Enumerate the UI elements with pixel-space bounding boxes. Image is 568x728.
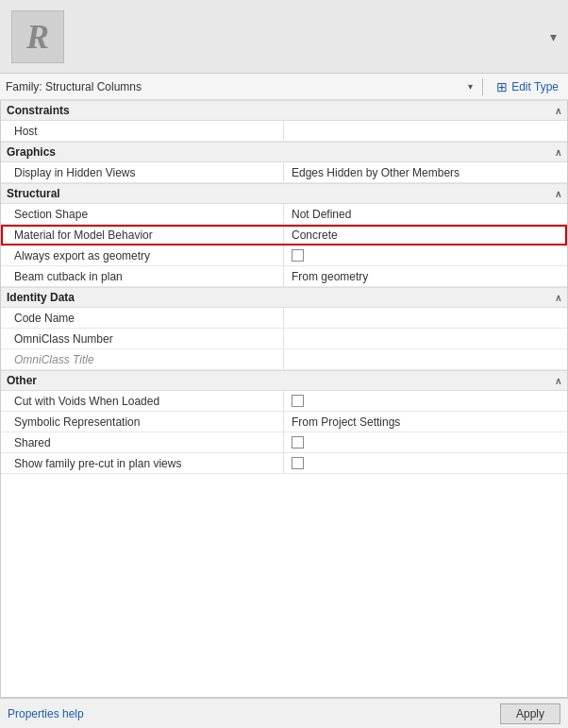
edit-type-label: Edit Type	[511, 80, 559, 93]
prop-value-other-1: From Project Settings	[284, 412, 567, 432]
prop-value-other-0[interactable]	[284, 391, 567, 411]
prop-row-other-3: Show family pre-cut in plan views	[1, 453, 567, 474]
prop-row-structural-1: Material for Model BehaviorConcrete	[1, 225, 567, 245]
checkbox-other-0[interactable]	[292, 395, 304, 407]
section-collapse-other-icon[interactable]: ∧	[555, 376, 561, 386]
prop-value-structural-3: From geometry	[284, 266, 567, 286]
apply-button[interactable]: Apply	[500, 703, 560, 724]
section-label-identity-data: Identity Data	[7, 291, 75, 304]
prop-row-constraints-0: Host	[1, 121, 567, 142]
section-header-structural[interactable]: Structural∧	[1, 183, 567, 204]
prop-name-structural-1: Material for Model Behavior	[1, 225, 284, 245]
properties-panel: Constraints∧HostGraphics∧Display in Hidd…	[0, 100, 568, 698]
family-row-divider	[482, 78, 483, 95]
family-label: Family: Structural Columns	[6, 80, 464, 93]
section-collapse-identity-data-icon[interactable]: ∧	[555, 293, 561, 303]
prop-row-identity-data-0: Code Name	[1, 308, 567, 329]
edit-type-icon: ⊞	[496, 79, 508, 94]
section-header-graphics[interactable]: Graphics∧	[1, 142, 567, 162]
prop-value-structural-0: Not Defined	[284, 204, 567, 224]
edit-type-button[interactable]: ⊞ Edit Type	[493, 77, 562, 96]
section-label-structural: Structural	[7, 187, 60, 200]
prop-value-graphics-0: Edges Hidden by Other Members	[284, 162, 567, 182]
prop-row-other-2: Shared	[1, 432, 567, 453]
checkbox-other-2[interactable]	[292, 436, 304, 449]
prop-value-identity-data-0	[284, 308, 567, 328]
logo-letter: R	[26, 17, 49, 57]
prop-row-identity-data-1: OmniClass Number	[1, 329, 567, 349]
section-header-constraints[interactable]: Constraints∧	[1, 100, 567, 121]
section-label-other: Other	[7, 374, 37, 387]
prop-value-identity-data-1	[284, 329, 567, 348]
prop-name-identity-data-0: Code Name	[1, 308, 284, 328]
prop-row-other-1: Symbolic RepresentationFrom Project Sett…	[1, 412, 567, 432]
section-collapse-constraints-icon[interactable]: ∧	[555, 106, 561, 116]
prop-name-other-2: Shared	[1, 432, 284, 452]
prop-value-constraints-0	[284, 121, 567, 141]
prop-name-other-0: Cut with Voids When Loaded	[1, 391, 284, 411]
prop-name-identity-data-1: OmniClass Number	[1, 329, 284, 348]
revit-logo: R	[11, 10, 64, 63]
prop-row-structural-3: Beam cutback in planFrom geometry	[1, 266, 567, 287]
prop-name-constraints-0: Host	[1, 121, 284, 141]
section-label-graphics: Graphics	[7, 145, 56, 159]
prop-row-graphics-0: Display in Hidden ViewsEdges Hidden by O…	[1, 162, 567, 183]
prop-row-structural-2: Always export as geometry	[1, 245, 567, 266]
section-label-constraints: Constraints	[7, 104, 70, 117]
title-bar-chevron-icon[interactable]: ▾	[550, 29, 557, 44]
prop-row-other-0: Cut with Voids When Loaded	[1, 391, 567, 412]
properties-help-link[interactable]: Properties help	[8, 707, 84, 720]
prop-name-graphics-0: Display in Hidden Views	[1, 162, 284, 182]
prop-name-structural-0: Section Shape	[1, 204, 284, 224]
section-header-other[interactable]: Other∧	[1, 370, 567, 391]
prop-name-identity-data-2: OmniClass Title	[1, 349, 284, 369]
prop-name-structural-2: Always export as geometry	[1, 245, 284, 265]
prop-name-other-3: Show family pre-cut in plan views	[1, 453, 284, 473]
section-header-identity-data[interactable]: Identity Data∧	[1, 287, 567, 308]
section-collapse-graphics-icon[interactable]: ∧	[555, 147, 561, 158]
prop-value-other-2[interactable]	[284, 432, 567, 452]
prop-value-structural-1: Concrete	[284, 225, 567, 245]
prop-row-identity-data-2: OmniClass Title	[1, 349, 567, 370]
prop-row-structural-0: Section ShapeNot Defined	[1, 204, 567, 225]
prop-value-other-3[interactable]	[284, 453, 567, 473]
bottom-bar: Properties help Apply	[0, 698, 568, 728]
prop-name-structural-3: Beam cutback in plan	[1, 266, 284, 286]
section-collapse-structural-icon[interactable]: ∧	[555, 189, 561, 199]
title-bar: R ▾	[0, 0, 568, 74]
prop-value-structural-2[interactable]	[284, 245, 567, 265]
prop-name-other-1: Symbolic Representation	[1, 412, 284, 432]
prop-value-identity-data-2	[284, 349, 567, 369]
family-row: Family: Structural Columns ▾ ⊞ Edit Type	[0, 74, 568, 100]
family-dropdown-chevron-icon[interactable]: ▾	[468, 81, 473, 92]
checkbox-other-3[interactable]	[292, 457, 304, 469]
checkbox-structural-2[interactable]	[292, 249, 304, 262]
